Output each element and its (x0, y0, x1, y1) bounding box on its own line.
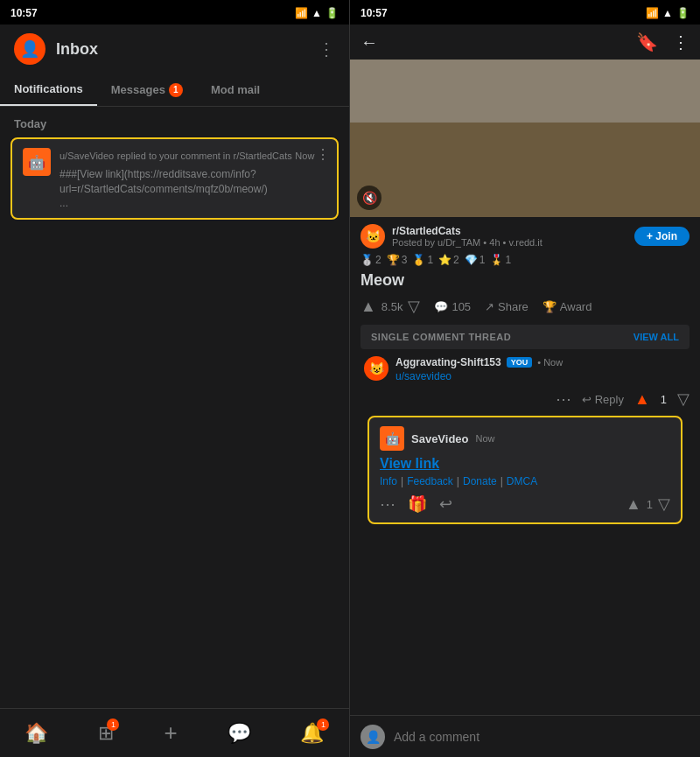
commenter-own-avatar: 👤 (360, 725, 385, 749)
bot-more-button[interactable]: ⋯ (380, 494, 396, 514)
post-meta-left: 🐱 r/StartledCats Posted by u/Dr_TAM • 4h… (360, 224, 542, 249)
upvote-button[interactable]: ▲ (360, 298, 376, 316)
left-status-bar: 10:57 📶 ▲ 🔋 (0, 0, 349, 25)
user-avatar[interactable]: 👤 (14, 33, 46, 65)
left-status-icons: 📶 ▲ 🔋 (295, 7, 339, 19)
reply-label: Reply (595, 393, 624, 406)
comment-header: Aggravating-Shift153 YOU • Now (396, 356, 686, 368)
nav-explore[interactable]: ⊞ 1 (98, 722, 114, 745)
downvote-button[interactable]: ▽ (408, 297, 420, 316)
share-button[interactable]: ↗ Share (485, 300, 528, 313)
notification-item[interactable]: 🤖 u/SaveVideo replied to your comment in… (10, 137, 339, 220)
notification-body: ###[View link](https://redditsave.com/in… (60, 167, 326, 197)
video-placeholder (350, 60, 700, 217)
add-icon: + (164, 719, 177, 746)
inbox-title: Inbox (56, 40, 98, 59)
nav-add[interactable]: + (164, 719, 177, 746)
comment-savevideo-link[interactable]: u/savevideo (396, 370, 686, 382)
tab-modmail[interactable]: Mod mail (197, 74, 274, 106)
inbox-tabs: Notifications Messages 1 Mod mail (0, 74, 349, 107)
info-link[interactable]: Info (380, 475, 397, 487)
bot-vote-count: 1 (647, 498, 653, 511)
commenter-avatar: 😺 (364, 356, 388, 381)
bot-vote-row: ▲ 1 ▽ (626, 494, 670, 514)
parent-downvote-button[interactable]: ▽ (677, 389, 690, 409)
post-menu-button[interactable]: ⋮ (672, 32, 690, 53)
award-button[interactable]: 🏆 Award (542, 300, 592, 313)
post-domain: v.redd.it (508, 237, 542, 248)
reply-icon: ↩ (582, 393, 592, 406)
comment-more-button[interactable]: ⋯ (556, 389, 571, 409)
bot-downvote-button[interactable]: ▽ (658, 494, 670, 514)
right-signal-icon: 📶 (646, 7, 659, 19)
award-2: 🏆3 (387, 254, 408, 266)
post-content: 🐱 r/StartledCats Posted by u/Dr_TAM • 4h… (350, 217, 700, 715)
reply-button[interactable]: ↩ Reply (582, 393, 624, 406)
bot-upvote-button[interactable]: ▲ (626, 495, 641, 514)
right-top-bar: ← 🔖 ⋮ (350, 25, 700, 60)
today-section-header: Today (0, 107, 349, 137)
tab-notifications[interactable]: Notifications (0, 74, 97, 106)
bot-links: Info | Feedback | Donate | DMCA (380, 475, 670, 487)
add-comment-input[interactable] (394, 730, 690, 744)
mute-button[interactable]: 🔇 (357, 186, 382, 210)
home-icon: 🏠 (24, 722, 48, 745)
notification-more: ... (60, 197, 326, 209)
sep2: | (457, 475, 459, 487)
award-icon: 🏆 (542, 300, 556, 313)
award-label: Award (560, 300, 592, 313)
chat-icon: 💬 (228, 722, 251, 745)
vote-row: ▲ 8.5k ▽ (360, 297, 420, 316)
bot-gift-button[interactable]: 🎁 (408, 494, 427, 514)
right-status-icons: 📶 ▲ 🔋 (646, 7, 690, 19)
dmca-link[interactable]: DMCA (507, 475, 537, 487)
notification-username: u/SaveVideo (60, 151, 114, 161)
sep3: | (500, 475, 503, 487)
right-battery-icon: 🔋 (676, 7, 690, 19)
awards-row: 🥈2 🏆3 🥇1 ⭐2 💎1 🎖️1 (360, 254, 690, 266)
parent-comment-actions: ⋯ ↩ Reply ▲ 1 ▽ (360, 389, 690, 409)
nav-home[interactable]: 🏠 (24, 722, 48, 745)
parent-vote-count: 1 (661, 393, 667, 406)
view-link-anchor[interactable]: View link (380, 456, 670, 472)
post-author: u/Dr_TAM (438, 237, 480, 248)
post-title: Meow (360, 271, 690, 290)
notification-menu-button[interactable]: ⋮ (316, 146, 330, 163)
parent-upvote-button[interactable]: ▲ (634, 390, 650, 409)
join-button[interactable]: + Join (634, 227, 690, 246)
post-meta: 🐱 r/StartledCats Posted by u/Dr_TAM • 4h… (360, 224, 690, 249)
share-icon: ↗ (485, 300, 494, 313)
mute-icon: 🔇 (362, 191, 377, 205)
right-top-icons: 🔖 ⋮ (636, 32, 690, 53)
back-button[interactable]: ← (360, 32, 378, 53)
bookmark-button[interactable]: 🔖 (636, 32, 658, 53)
donate-link[interactable]: Donate (463, 475, 497, 487)
bot-reply-button[interactable]: ↩ (439, 494, 452, 514)
award-1: 🥈2 (360, 254, 382, 266)
feedback-link[interactable]: Feedback (407, 475, 453, 487)
award-3: 🥇1 (412, 254, 433, 266)
notification-content: u/SaveVideo replied to your comment in r… (60, 148, 326, 209)
tab-messages[interactable]: Messages 1 (97, 74, 197, 106)
commenter-username: Aggravating-Shift153 (396, 356, 501, 368)
you-badge: YOU (507, 357, 533, 368)
join-label: + Join (647, 230, 677, 242)
avatar-icon: 👤 (20, 39, 39, 59)
nav-notifications[interactable]: 🔔 1 (300, 722, 324, 745)
subreddit-name[interactable]: r/StartledCats (392, 225, 542, 237)
nav-chat[interactable]: 💬 (228, 722, 251, 745)
right-wifi-icon: ▲ (662, 7, 673, 19)
right-status-bar: 10:57 📶 ▲ 🔋 (350, 0, 700, 25)
view-all-button[interactable]: VIEW ALL (634, 332, 679, 342)
left-time: 10:57 (10, 7, 38, 19)
notification-avatar: 🤖 (23, 148, 51, 176)
inbox-menu-button[interactable]: ⋮ (318, 39, 335, 60)
tab-notifications-label: Notifications (14, 82, 83, 95)
sep1: | (401, 475, 403, 487)
upvote-count: 8.5k (382, 300, 403, 313)
bottom-nav: 🏠 ⊞ 1 + 💬 🔔 1 (0, 708, 349, 757)
comment-body: Aggravating-Shift153 YOU • Now u/savevid… (396, 356, 686, 382)
notifications-badge: 1 (317, 718, 329, 731)
comments-button[interactable]: 💬 105 (434, 300, 471, 313)
explore-badge: 1 (107, 718, 119, 731)
